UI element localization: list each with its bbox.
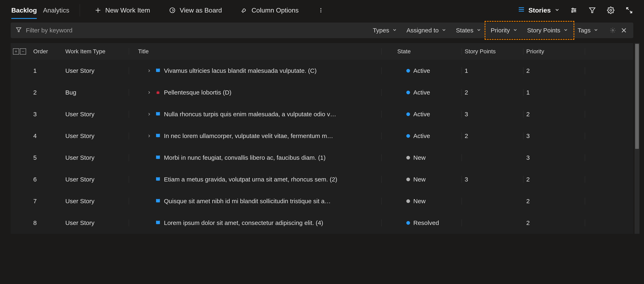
more-actions-button[interactable] bbox=[313, 4, 329, 16]
cell-priority: 2 bbox=[524, 111, 585, 118]
view-options-button[interactable] bbox=[569, 6, 578, 15]
filter-settings-button[interactable] bbox=[608, 26, 617, 35]
table-row[interactable]: 7User StoryQuisque sit amet nibh id mi b… bbox=[11, 190, 633, 212]
table-row[interactable]: 2BugPellentesque lobortis (D)Active21 bbox=[11, 82, 633, 103]
column-header-type[interactable]: Work Item Type bbox=[65, 48, 129, 55]
cell-title[interactable]: Etiam a metus gravida, volutpat urna sit… bbox=[129, 176, 382, 183]
cell-story-points: 2 bbox=[462, 89, 524, 96]
settings-button[interactable] bbox=[606, 6, 615, 15]
state-label: Active bbox=[413, 67, 430, 74]
filter-label: Priority bbox=[491, 27, 510, 34]
cell-type: User Story bbox=[65, 198, 129, 205]
backlog-level-selector[interactable]: Stories bbox=[518, 6, 560, 14]
close-filter-button[interactable] bbox=[619, 26, 628, 35]
filter-story-points[interactable]: Story Points bbox=[524, 26, 572, 35]
sliders-icon bbox=[570, 6, 578, 14]
table-row[interactable]: 1User StoryVivamus ultricies lacus bland… bbox=[11, 60, 633, 82]
tab-backlog[interactable]: Backlog bbox=[11, 0, 37, 20]
user-story-icon bbox=[155, 155, 161, 161]
vertical-scrollbar[interactable] bbox=[634, 43, 640, 234]
cell-state: New bbox=[382, 154, 462, 161]
cell-title[interactable]: Nulla rhoncus turpis quis enim malesuada… bbox=[129, 111, 382, 118]
stories-icon bbox=[518, 6, 525, 14]
table-row[interactable]: 3User StoryNulla rhoncus turpis quis eni… bbox=[11, 103, 633, 125]
table-row[interactable]: 4User StoryIn nec lorem ullamcorper, vul… bbox=[11, 125, 633, 147]
column-header-state[interactable]: State bbox=[382, 48, 462, 55]
work-item-grid: + − Order Work Item Type Title State Sto… bbox=[11, 43, 633, 234]
chevron-down-icon bbox=[476, 27, 481, 34]
gear-icon bbox=[610, 27, 616, 33]
svg-point-13 bbox=[574, 10, 576, 11]
scrollbar-thumb[interactable] bbox=[635, 44, 639, 149]
chevron-down-icon bbox=[563, 27, 568, 34]
fullscreen-button[interactable] bbox=[625, 6, 634, 15]
chevron-down-icon bbox=[513, 27, 518, 34]
chevron-right-icon[interactable] bbox=[146, 134, 152, 138]
user-story-icon bbox=[155, 133, 161, 139]
filter-priority[interactable]: Priority bbox=[487, 26, 521, 35]
work-item-title: Nulla rhoncus turpis quis enim malesuada… bbox=[164, 111, 336, 118]
svg-point-23 bbox=[157, 91, 160, 94]
cell-order: 1 bbox=[28, 67, 65, 74]
column-header-priority[interactable]: Priority bbox=[524, 48, 585, 55]
cell-priority: 2 bbox=[524, 198, 585, 205]
table-row[interactable]: 6User StoryEtiam a metus gravida, volutp… bbox=[11, 168, 633, 190]
cell-priority: 2 bbox=[524, 176, 585, 183]
cell-state: Active bbox=[382, 67, 462, 74]
button-label: Column Options bbox=[252, 6, 298, 14]
filter-label: Types bbox=[373, 27, 389, 34]
new-work-item-button[interactable]: New Work Item bbox=[90, 4, 154, 16]
svg-point-4 bbox=[320, 10, 321, 11]
cell-title[interactable]: Morbi in nunc feugiat, convallis libero … bbox=[129, 154, 382, 161]
filter-keyword-input[interactable] bbox=[26, 27, 108, 34]
chevron-right-icon[interactable] bbox=[146, 68, 152, 73]
state-indicator-icon bbox=[406, 69, 410, 73]
cell-order: 8 bbox=[28, 219, 65, 226]
chevron-right-icon[interactable] bbox=[146, 90, 152, 95]
column-header-story-points[interactable]: Story Points bbox=[462, 48, 524, 55]
chevron-right-icon[interactable] bbox=[146, 112, 152, 117]
cell-title[interactable]: In nec lorem ullamcorper, vulputate veli… bbox=[129, 133, 382, 140]
cell-priority: 2 bbox=[524, 67, 585, 74]
view-as-board-button[interactable]: View as Board bbox=[164, 4, 226, 16]
tab-analytics[interactable]: Analytics bbox=[43, 0, 69, 20]
cell-order: 3 bbox=[28, 111, 65, 118]
expand-all-button[interactable]: + bbox=[13, 48, 19, 55]
user-story-icon bbox=[155, 176, 161, 182]
filter-types[interactable]: Types bbox=[369, 26, 401, 35]
filter-states[interactable]: States bbox=[452, 26, 485, 35]
column-header-order[interactable]: Order bbox=[28, 48, 65, 55]
svg-point-14 bbox=[572, 11, 573, 12]
cell-type: Bug bbox=[65, 89, 129, 96]
cell-order: 4 bbox=[28, 133, 65, 140]
state-label: New bbox=[413, 198, 426, 205]
cell-priority: 2 bbox=[524, 219, 585, 226]
funnel-icon bbox=[16, 27, 22, 34]
column-options-button[interactable]: Column Options bbox=[236, 4, 302, 16]
filter-assigned-to[interactable]: Assigned to bbox=[403, 26, 450, 35]
table-row[interactable]: 8User StoryLorem ipsum dolor sit amet, c… bbox=[11, 212, 633, 234]
state-indicator-icon bbox=[406, 221, 410, 225]
filter-label: Assigned to bbox=[406, 27, 439, 34]
cell-story-points: 3 bbox=[462, 176, 524, 183]
svg-marker-15 bbox=[590, 8, 595, 13]
svg-marker-19 bbox=[16, 28, 21, 32]
cell-title[interactable]: Lorem ipsum dolor sit amet, consectetur … bbox=[129, 219, 382, 226]
cell-story-points: 2 bbox=[462, 133, 524, 140]
cell-type: User Story bbox=[65, 154, 129, 161]
cell-title[interactable]: Quisque sit amet nibh id mi blandit soll… bbox=[129, 198, 382, 205]
column-header-title[interactable]: Title bbox=[129, 48, 382, 55]
cell-state: Active bbox=[382, 89, 462, 96]
cell-title[interactable]: Pellentesque lobortis (D) bbox=[129, 89, 382, 96]
chevron-down-icon bbox=[442, 27, 446, 34]
table-row[interactable]: 5User StoryMorbi in nunc feugiat, conval… bbox=[11, 147, 633, 168]
state-label: Active bbox=[413, 111, 430, 118]
cell-type: User Story bbox=[65, 111, 129, 118]
state-indicator-icon bbox=[406, 199, 410, 203]
collapse-all-button[interactable]: − bbox=[20, 48, 26, 55]
filter-tags[interactable]: Tags bbox=[574, 26, 602, 35]
fullscreen-icon bbox=[626, 7, 633, 14]
filter-button[interactable] bbox=[588, 6, 597, 15]
cell-title[interactable]: Vivamus ultricies lacus blandit malesuad… bbox=[129, 67, 382, 74]
filter-label: States bbox=[456, 27, 473, 34]
